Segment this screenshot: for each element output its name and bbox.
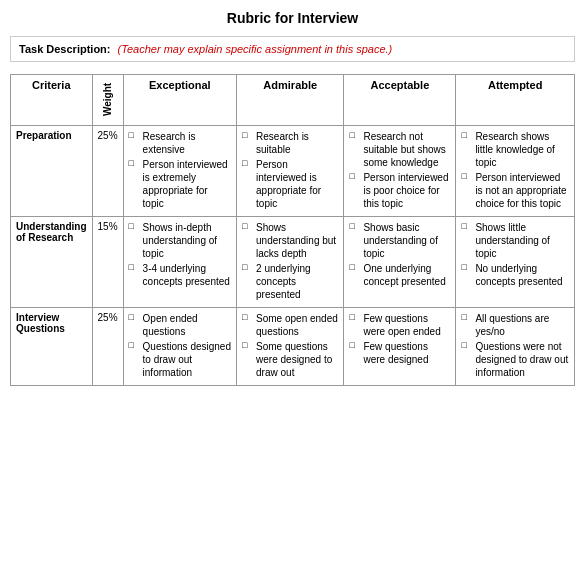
list-item: No underlying concepts presented: [461, 262, 569, 288]
task-description-box: Task Description: (Teacher may explain s…: [10, 36, 575, 62]
cell-attempted-2: All questions are yes/noQuestions were n…: [456, 308, 575, 386]
header-weight: Weight: [92, 75, 123, 126]
cell-criteria-2: Interview Questions: [11, 308, 93, 386]
header-criteria: Criteria: [11, 75, 93, 126]
list-item: Questions designed to draw out informati…: [129, 340, 231, 379]
list-item: Person interviewed is poor choice for th…: [349, 171, 450, 210]
list-item: Research shows little knowledge of topic: [461, 130, 569, 169]
list-item: Some open ended questions: [242, 312, 338, 338]
list-item: Research not suitable but shows some kno…: [349, 130, 450, 169]
table-row: Preparation25%Research is extensivePerso…: [11, 126, 575, 217]
table-header-row: Criteria Weight Exceptional Admirable Ac…: [11, 75, 575, 126]
cell-admirable-2: Some open ended questionsSome questions …: [237, 308, 344, 386]
list-item: All questions are yes/no: [461, 312, 569, 338]
cell-attempted-1: Shows little understanding of topicNo un…: [456, 217, 575, 308]
table-row: Interview Questions25%Open ended questio…: [11, 308, 575, 386]
cell-admirable-0: Research is suitablePerson interviewed i…: [237, 126, 344, 217]
list-item: Open ended questions: [129, 312, 231, 338]
cell-acceptable-1: Shows basic understanding of topicOne un…: [344, 217, 456, 308]
cell-acceptable-0: Research not suitable but shows some kno…: [344, 126, 456, 217]
rubric-table: Criteria Weight Exceptional Admirable Ac…: [10, 74, 575, 386]
list-item: Person interviewed is extremely appropri…: [129, 158, 231, 210]
cell-attempted-0: Research shows little knowledge of topic…: [456, 126, 575, 217]
list-item: Shows understanding but lacks depth: [242, 221, 338, 260]
header-admirable: Admirable: [237, 75, 344, 126]
cell-weight-1: 15%: [92, 217, 123, 308]
task-value: (Teacher may explain specific assignment…: [118, 43, 393, 55]
header-exceptional: Exceptional: [123, 75, 236, 126]
cell-exceptional-0: Research is extensivePerson interviewed …: [123, 126, 236, 217]
list-item: Few questions were designed: [349, 340, 450, 366]
header-attempted: Attempted: [456, 75, 575, 126]
list-item: Research is extensive: [129, 130, 231, 156]
list-item: Questions were not designed to draw out …: [461, 340, 569, 379]
cell-acceptable-2: Few questions were open endedFew questio…: [344, 308, 456, 386]
cell-weight-0: 25%: [92, 126, 123, 217]
list-item: Person interviewed is appropriate for to…: [242, 158, 338, 210]
list-item: Some questions were designed to draw out: [242, 340, 338, 379]
cell-exceptional-1: Shows in-depth understanding of topic3-4…: [123, 217, 236, 308]
list-item: 3-4 underlying concepts presented: [129, 262, 231, 288]
list-item: One underlying concept presented: [349, 262, 450, 288]
page-title: Rubric for Interview: [10, 10, 575, 26]
cell-criteria-0: Preparation: [11, 126, 93, 217]
header-acceptable: Acceptable: [344, 75, 456, 126]
list-item: Shows little understanding of topic: [461, 221, 569, 260]
list-item: Shows in-depth understanding of topic: [129, 221, 231, 260]
cell-admirable-1: Shows understanding but lacks depth2 und…: [237, 217, 344, 308]
list-item: Person interviewed is not an appropriate…: [461, 171, 569, 210]
task-label: Task Description:: [19, 43, 111, 55]
cell-criteria-1: Understanding of Research: [11, 217, 93, 308]
cell-exceptional-2: Open ended questionsQuestions designed t…: [123, 308, 236, 386]
list-item: 2 underlying concepts presented: [242, 262, 338, 301]
list-item: Few questions were open ended: [349, 312, 450, 338]
list-item: Research is suitable: [242, 130, 338, 156]
list-item: Shows basic understanding of topic: [349, 221, 450, 260]
table-row: Understanding of Research15%Shows in-dep…: [11, 217, 575, 308]
cell-weight-2: 25%: [92, 308, 123, 386]
